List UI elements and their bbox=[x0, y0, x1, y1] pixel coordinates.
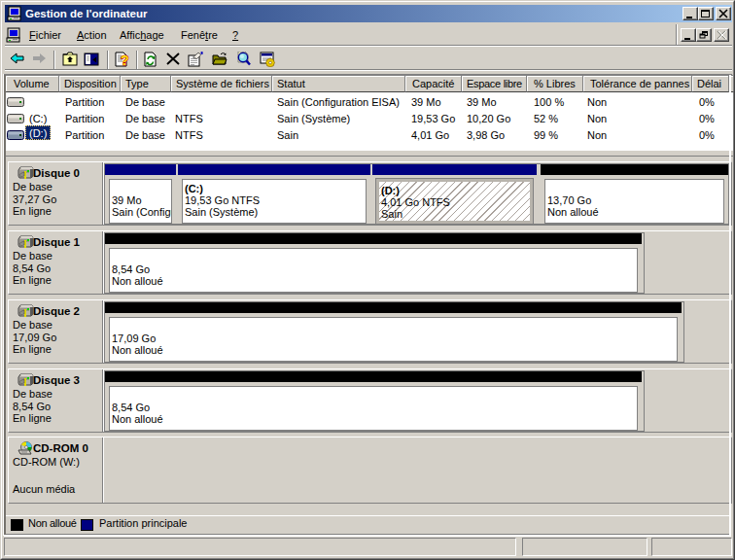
svg-text:?: ? bbox=[121, 52, 129, 67]
